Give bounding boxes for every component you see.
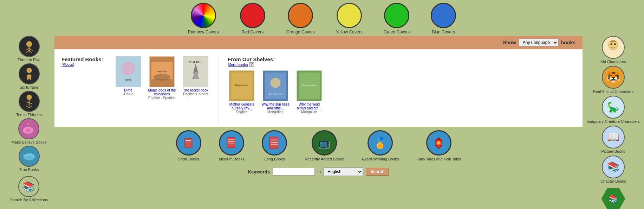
- blue-covers-link[interactable]: Blue Covers: [431, 3, 456, 34]
- make-believe-link[interactable]: Make Believe Books: [12, 118, 47, 144]
- book-wind-blows-cover: Why the wind blows: [297, 70, 322, 101]
- short-books-link[interactable]: Short Books: [176, 130, 201, 161]
- rainbow-covers-link[interactable]: Rainbow Covers: [188, 3, 219, 34]
- imaginary-creature-link[interactable]: 🦕 Imaginary Creature Characters: [587, 96, 640, 124]
- more-books-row: More books ?: [228, 62, 323, 67]
- book-mother-goose: Mother Goose Mother Goose's nursery rhy.…: [228, 70, 256, 114]
- ten-to-thirteen-link[interactable]: Ten to Thirteen: [16, 91, 42, 117]
- language-select[interactable]: Any Language English Spanish: [519, 39, 558, 46]
- svg-text:Why the sun rises: Why the sun rises: [269, 93, 282, 95]
- svg-point-56: [614, 43, 616, 45]
- book-wind-blows-lang: Mongolian: [301, 110, 317, 114]
- rainbow-label: Rainbow Covers: [188, 30, 219, 34]
- yellow-label: Yellow Covers: [336, 30, 363, 34]
- search-collections-link[interactable]: 📚 Search By Collections: [10, 176, 48, 202]
- svg-text:Dima: Dima: [125, 78, 132, 81]
- book-sun-rises-cover: Why the sun rises: [263, 70, 288, 101]
- long-books-link[interactable]: Long Books: [262, 130, 287, 161]
- more-books-link[interactable]: More books: [228, 63, 248, 67]
- blue-circle: [431, 3, 456, 28]
- chapter-books-icon: 📚: [607, 161, 619, 173]
- search-collections-label: Search By Collections: [10, 198, 48, 202]
- picture-books-link[interactable]: 📖 Picture Books: [601, 126, 625, 153]
- medium-books-link[interactable]: Medium Books: [219, 130, 245, 161]
- about-link[interactable]: (About): [61, 62, 74, 66]
- chapter-books-link[interactable]: 📚 Chapter Books: [600, 156, 626, 183]
- real-animal-link[interactable]: 🐯 Real Animal Characters: [593, 66, 634, 94]
- chapter-books-circle: 📚: [602, 156, 625, 178]
- search-collections-circle: 📚: [18, 176, 39, 197]
- three-to-five-link[interactable]: Three to Five: [18, 36, 40, 62]
- search-input[interactable]: [273, 168, 315, 176]
- tiger-icon: 🐯: [606, 71, 620, 84]
- book-magic-dogs-title[interactable]: Magic dogs of the volcanoes: [148, 88, 176, 96]
- book-magic-dogs: Magic dogs Magic dogs of the volcanoes E…: [148, 56, 176, 100]
- svg-point-22: [154, 74, 171, 81]
- imaginary-creature-circle: 🦕: [602, 96, 625, 119]
- book-mother-goose-lang: English: [236, 110, 248, 114]
- svg-point-13: [26, 128, 31, 132]
- browse-exhibitions-hex: 📚: [601, 188, 625, 209]
- green-circle: [384, 3, 409, 28]
- language-search-select[interactable]: English Any Language Spanish French: [324, 167, 363, 176]
- rainbow-circle: [191, 3, 216, 28]
- picture-books-icon: 📖: [607, 131, 619, 143]
- search-bar: Keywords in English Any Language Spanish…: [54, 163, 583, 181]
- svg-point-17: [122, 62, 135, 76]
- kid-characters-link[interactable]: Kid Characters: [600, 36, 626, 64]
- keywords-label: Keywords: [248, 169, 270, 175]
- green-label: Green Covers: [384, 30, 410, 34]
- medium-books-circle: [219, 130, 244, 156]
- books-panel: Featured Books: (About) Dima Dima Arabic: [54, 49, 583, 127]
- in-label: in: [318, 169, 321, 174]
- picture-books-circle: 📖: [602, 126, 625, 148]
- yellow-covers-link[interactable]: Yellow Covers: [336, 3, 363, 34]
- red-label: Red Covers: [241, 30, 264, 34]
- book-rocket-title[interactable]: The rocket book: [183, 88, 208, 92]
- book-dima-title[interactable]: Dima: [124, 88, 132, 92]
- true-books-circle: [19, 146, 40, 167]
- svg-point-6: [26, 68, 32, 73]
- svg-point-55: [610, 43, 612, 45]
- make-believe-circle: [18, 118, 39, 139]
- real-animal-circle: 🐯: [602, 66, 625, 89]
- featured-section: Featured Books: (About): [61, 56, 107, 123]
- book-mother-goose-cover: Mother Goose: [229, 70, 254, 101]
- featured-about: (About): [61, 62, 107, 66]
- show-bar: Show Any Language English Spanish books: [54, 36, 583, 49]
- left-sidebar: Three to Five Six to Nine Ten to Thirtee…: [0, 36, 54, 202]
- svg-point-0: [26, 41, 32, 47]
- award-winning-link[interactable]: 🏅 Award Winning Books: [361, 130, 399, 161]
- featured-books-list: Dima Dima Arabic Magic dogs Magic dogs o…: [114, 56, 210, 123]
- center-panel: Show Any Language English Spanish books …: [54, 36, 583, 181]
- svg-text:Mother Goose: Mother Goose: [235, 84, 248, 86]
- recently-added-link[interactable]: 📺 Recently Added Books: [305, 130, 344, 161]
- book-wind-blows: Why the wind blows Why the wind blows an…: [295, 70, 323, 114]
- shelves-section: From Our Shelves: More books ? Mother Go…: [228, 56, 323, 123]
- red-circle: [240, 3, 265, 28]
- six-to-nine-link[interactable]: Six to Nine: [19, 63, 40, 89]
- browse-exhibitions-link[interactable]: 📚 Browse Exhibitions: [597, 188, 630, 209]
- svg-rect-26: [194, 72, 198, 79]
- book-sun-rises-title[interactable]: Why the sun rises and othe...: [261, 102, 290, 110]
- book-mother-goose-title[interactable]: Mother Goose's nursery rhy...: [228, 102, 256, 110]
- svg-text:Why the wind blows: Why the wind blows: [302, 84, 317, 86]
- green-covers-link[interactable]: Green Covers: [384, 3, 410, 34]
- kid-characters-circle: [602, 36, 625, 59]
- svg-rect-40: [185, 139, 191, 147]
- true-books-link[interactable]: True Books: [19, 146, 40, 172]
- orange-label: Orange Covers: [286, 30, 315, 34]
- book-wind-blows-title[interactable]: Why the wind blows and oth...: [295, 102, 323, 110]
- ten-to-thirteen-circle: [19, 91, 40, 112]
- book-rocket: ROCKET The rocket book English + others: [182, 56, 210, 96]
- fairy-tales-circle: 🏮: [426, 130, 451, 156]
- orange-circle: [288, 3, 313, 28]
- help-button[interactable]: ?: [249, 62, 254, 67]
- blue-label: Blue Covers: [432, 30, 455, 34]
- orange-covers-link[interactable]: Orange Covers: [286, 3, 315, 34]
- red-covers-link[interactable]: Red Covers: [240, 3, 265, 34]
- svg-text:ROCKET: ROCKET: [189, 60, 202, 64]
- book-magic-dogs-lang: English - Spanish: [148, 96, 176, 100]
- fairy-tales-link[interactable]: 🏮 Fairy Tales and Folk Tales: [417, 130, 461, 161]
- search-button[interactable]: Search: [366, 168, 389, 176]
